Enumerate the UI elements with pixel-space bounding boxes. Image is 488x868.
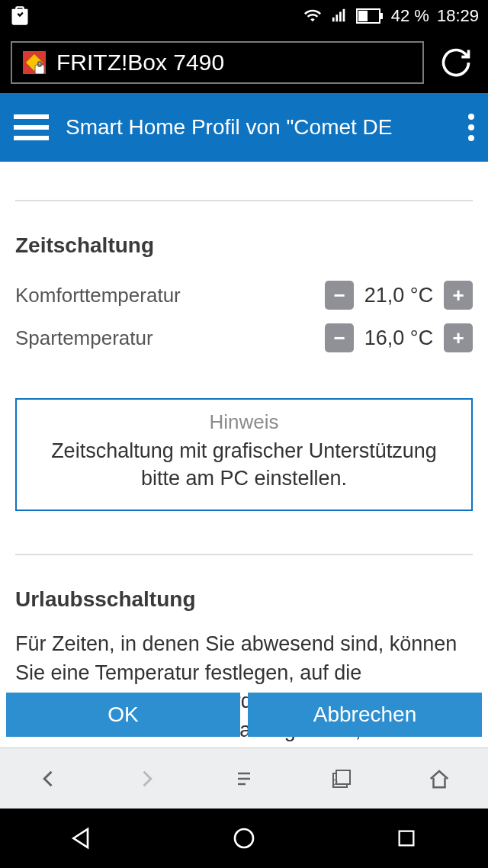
cancel-button[interactable]: Abbrechen [248,693,482,737]
comfort-plus-button[interactable]: + [444,281,473,310]
more-button[interactable] [468,114,474,141]
eco-temp-label: Spartemperatur [15,326,153,350]
sys-home-button[interactable] [221,815,267,861]
svg-point-16 [235,829,253,847]
svg-rect-17 [400,831,414,846]
browser-address-row: FRITZ!Box 7490 [0,32,488,93]
svg-rect-14 [336,770,350,784]
section-zeitschaltung-title: Zeitschaltung [15,233,473,258]
forward-button[interactable] [124,756,169,802]
tab-count: 2 [332,776,338,789]
hint-box: Hinweis Zeitschaltung mit grafischer Unt… [15,398,473,511]
svg-rect-6 [380,13,383,19]
battery-icon [356,8,384,24]
home-button[interactable] [416,756,462,802]
hint-text: Zeitschaltung mit grafischer Unterstützu… [30,437,458,493]
wifi-icon [303,8,323,24]
battery-percent: 42 % [391,6,429,26]
hint-title: Hinweis [30,410,458,434]
content-area: Zeitschaltung Komforttemperatur − 21,0 °… [0,162,488,747]
clock-time: 18:29 [437,6,479,26]
refresh-button[interactable] [435,41,477,84]
sys-back-button[interactable] [59,815,104,861]
browser-menu-button[interactable] [221,756,267,802]
eco-plus-button[interactable]: + [444,323,473,352]
site-favicon [23,51,46,74]
comfort-minus-button[interactable]: − [325,281,354,310]
tabs-button[interactable]: 2 [319,756,364,802]
eco-minus-button[interactable]: − [325,323,354,352]
svg-rect-2 [339,12,342,22]
browser-nav-bar: 2 [0,747,488,809]
eco-temp-row: Spartemperatur − 16,0 °C + [15,323,473,352]
svg-marker-15 [73,829,88,847]
address-field[interactable]: FRITZ!Box 7490 [11,41,424,84]
app-header: Smart Home Profil von "Comet DE [0,93,488,162]
svg-rect-1 [336,14,338,21]
store-icon [9,5,30,27]
action-bar: OK Abbrechen [6,693,482,737]
ok-button[interactable]: OK [6,693,240,737]
eco-temp-value: 16,0 °C [361,326,436,350]
comfort-temp-row: Komforttemperatur − 21,0 °C + [15,281,473,310]
menu-button[interactable] [14,114,49,140]
svg-rect-3 [342,9,345,22]
page-title: Smart Home Profil von "Comet DE [66,115,451,140]
system-nav-bar [0,809,488,868]
divider [15,554,473,555]
comfort-temp-label: Komforttemperatur [15,284,181,307]
svg-rect-5 [358,11,368,21]
divider [15,200,473,201]
back-button[interactable] [26,756,72,802]
section-urlaubsschaltung-title: Urlaubsschaltung [15,587,473,612]
comfort-temp-value: 21,0 °C [361,284,436,307]
address-title: FRITZ!Box 7490 [56,50,224,76]
sys-recent-button[interactable] [384,815,429,861]
status-bar: 42 % 18:29 [0,0,488,32]
svg-rect-0 [332,18,335,22]
signal-icon [330,8,348,24]
